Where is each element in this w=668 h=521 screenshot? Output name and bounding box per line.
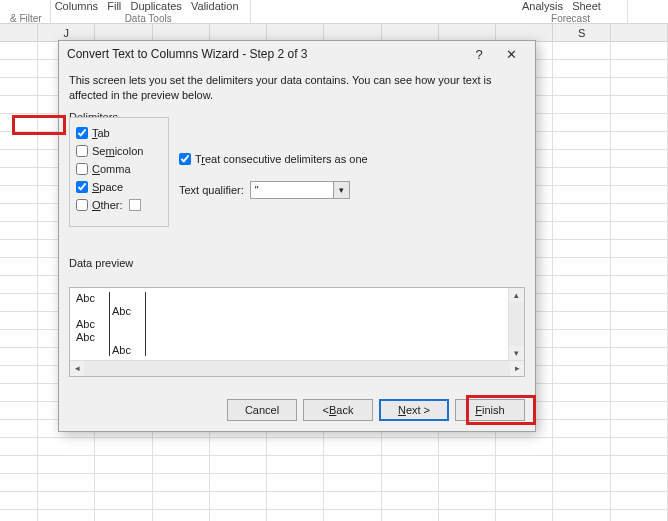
ribbon-items: Columns Fill Duplicates Validation <box>55 1 242 13</box>
ribbon-label-filter: & Filter <box>10 13 42 24</box>
next-button[interactable]: Next > <box>379 399 449 421</box>
ribbon-group-filter: & Filter <box>6 0 51 24</box>
check-semicolon[interactable]: Semicolon <box>76 142 162 160</box>
preview-row: Abc <box>74 331 504 344</box>
col-header-gutter[interactable] <box>0 24 38 42</box>
ribbon-label-forecast: Forecast <box>522 13 619 24</box>
preview-horizontal-scrollbar[interactable]: ◂ ▸ <box>70 360 524 376</box>
titlebar[interactable]: Convert Text to Columns Wizard - Step 2 … <box>59 41 535 67</box>
other-delimiter-input[interactable] <box>129 199 141 211</box>
ribbon-group-data-tools: Columns Fill Duplicates Validation Data … <box>51 0 251 24</box>
preview-vertical-scrollbar[interactable]: ▴ ▾ <box>508 288 524 360</box>
wizard-dialog: Convert Text to Columns Wizard - Step 2 … <box>58 40 536 432</box>
text-qualifier-select[interactable]: " ▾ <box>250 181 350 199</box>
preview-row: Abc <box>74 318 504 331</box>
scroll-up-icon[interactable]: ▴ <box>509 288 524 302</box>
data-preview-box: Abc Abc Abc Abc Abc ▴ ▾ ◂ ▸ <box>69 287 525 377</box>
dialog-description: This screen lets you set the delimiters … <box>69 73 525 103</box>
ribbon-label-data-tools: Data Tools <box>55 13 242 24</box>
dialog-title: Convert Text to Columns Wizard - Step 2 … <box>67 47 463 61</box>
check-space[interactable]: Space <box>76 178 162 196</box>
check-comma-input[interactable] <box>76 163 88 175</box>
text-qualifier-value: " <box>251 184 333 196</box>
ribbon: & Filter Columns Fill Duplicates Validat… <box>0 0 668 24</box>
check-space-input[interactable] <box>76 181 88 193</box>
col-header-S[interactable]: S <box>553 24 610 42</box>
ribbon-btn-columns[interactable]: Columns <box>55 0 98 12</box>
scroll-down-icon[interactable]: ▾ <box>509 346 524 360</box>
ribbon-btn-fill[interactable]: Fill <box>107 0 121 12</box>
check-tab[interactable]: Tab <box>76 124 162 142</box>
check-treat-consecutive[interactable]: Treat consecutive delimiters as one <box>179 149 368 169</box>
chevron-down-icon[interactable]: ▾ <box>333 182 349 198</box>
check-other[interactable]: Other: <box>76 196 162 214</box>
check-tab-input[interactable] <box>76 127 88 139</box>
scroll-track[interactable] <box>509 302 524 346</box>
check-semicolon-input[interactable] <box>76 145 88 157</box>
data-preview-content: Abc Abc Abc Abc Abc <box>74 292 504 356</box>
data-preview-label: Data preview <box>69 257 133 269</box>
text-qualifier-label: Text qualifier: <box>179 184 244 196</box>
scroll-right-icon[interactable]: ▸ <box>510 361 524 376</box>
ribbon-btn-analysis[interactable]: Analysis <box>522 0 563 12</box>
cancel-button[interactable]: Cancel <box>227 399 297 421</box>
preview-row: Abc <box>74 344 504 356</box>
preview-row: Abc <box>74 305 504 318</box>
ribbon-items-forecast: Analysis Sheet <box>522 1 619 13</box>
col-header-T[interactable] <box>611 24 668 42</box>
scroll-left-icon[interactable]: ◂ <box>70 361 84 376</box>
back-button[interactable]: < Back <box>303 399 373 421</box>
ribbon-btn-validation[interactable]: Validation <box>191 0 239 12</box>
finish-button[interactable]: Finish <box>455 399 525 421</box>
help-button[interactable]: ? <box>463 43 495 65</box>
preview-row: Abc <box>74 292 504 305</box>
ribbon-btn-duplicates[interactable]: Duplicates <box>130 0 181 12</box>
ribbon-group-forecast: Analysis Sheet Forecast <box>518 0 628 24</box>
close-button[interactable]: ✕ <box>495 43 527 65</box>
check-other-input[interactable] <box>76 199 88 211</box>
check-comma[interactable]: Comma <box>76 160 162 178</box>
scroll-track[interactable] <box>84 361 510 376</box>
delimiters-group: Tab Semicolon Comma Space Other: <box>69 117 169 227</box>
ribbon-btn-sheet[interactable]: Sheet <box>572 0 601 12</box>
check-treat-input[interactable] <box>179 153 191 165</box>
dialog-buttons: Cancel < Back Next > Finish <box>59 399 535 421</box>
